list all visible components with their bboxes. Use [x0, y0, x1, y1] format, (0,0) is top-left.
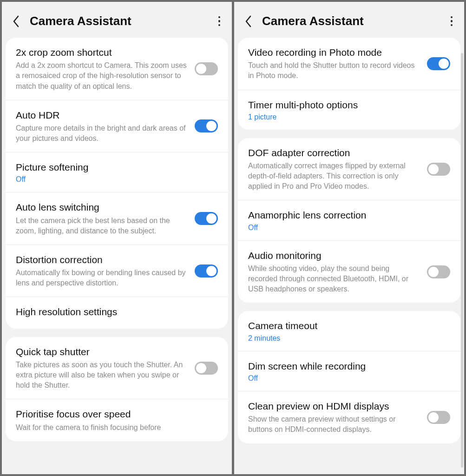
screen-left: Camera Assistant 2x crop zoom shortcut A… [2, 2, 232, 474]
row-title: Clean preview on HDMI displays [248, 400, 420, 413]
row-title: Quick tap shutter [16, 345, 187, 358]
dual-screenshot-frame: Camera Assistant 2x crop zoom shortcut A… [0, 0, 466, 476]
row-value: 2 minutes [248, 334, 450, 343]
row-audio-monitoring[interactable]: Audio monitoring While shooting video, p… [238, 240, 460, 303]
toggle-audio-monitoring[interactable] [427, 265, 450, 278]
row-subtitle: Take pictures as soon as you touch the S… [16, 360, 187, 390]
row-title: Video recording in Photo mode [248, 46, 420, 59]
row-title: Picture softening [16, 161, 218, 174]
row-title: Auto HDR [16, 109, 187, 122]
toggle-video-recording-photo-mode[interactable] [427, 57, 450, 70]
row-subtitle: While shooting video, play the sound bei… [248, 264, 420, 294]
row-title: Auto lens switching [16, 201, 187, 214]
row-title: Anamorphic lens correction [248, 209, 450, 222]
more-options-icon[interactable] [447, 16, 456, 26]
row-subtitle: Automatically fix bowing or bending line… [16, 268, 187, 288]
row-value: Off [248, 224, 450, 232]
row-title: Prioritise focus over speed [16, 408, 218, 421]
row-distortion-correction[interactable]: Distortion correction Automatically fix … [6, 245, 228, 297]
row-subtitle: Touch and hold the Shutter button to rec… [248, 60, 420, 81]
row-quick-tap-shutter[interactable]: Quick tap shutter Take pictures as soon … [6, 337, 228, 399]
toggle-quick-tap-shutter[interactable] [195, 362, 218, 375]
row-title: Dim screen while recording [248, 360, 450, 373]
row-value: Off [248, 374, 450, 383]
row-prioritise-focus[interactable]: Prioritise focus over speed Wait for the… [6, 399, 228, 441]
page-title: Camera Assistant [30, 14, 205, 28]
row-subtitle: Let the camera pick the best lens based … [16, 216, 187, 236]
row-dof-adapter-correction[interactable]: DOF adapter correction Automatically cor… [238, 138, 460, 200]
row-title: 2x crop zoom shortcut [16, 46, 187, 59]
row-anamorphic-lens-correction[interactable]: Anamorphic lens correction Off [238, 200, 460, 240]
row-video-recording-photo-mode[interactable]: Video recording in Photo mode Touch and … [238, 38, 460, 90]
toggle-auto-lens-switching[interactable] [195, 212, 218, 225]
row-title: Distortion correction [16, 253, 187, 266]
settings-group: Video recording in Photo mode Touch and … [238, 38, 460, 130]
row-subtitle: Automatically correct images flipped by … [248, 161, 420, 192]
toggle-clean-preview-hdmi[interactable] [427, 411, 450, 424]
row-value: Off [16, 175, 218, 184]
settings-group: 2x crop zoom shortcut Add a 2x zoom shor… [6, 38, 228, 329]
row-subtitle: Add a 2x zoom shortcut to Camera. This z… [16, 60, 187, 91]
row-picture-softening[interactable]: Picture softening Off [6, 152, 228, 192]
row-auto-hdr[interactable]: Auto HDR Capture more details in the bri… [6, 100, 228, 152]
row-title: Timer multi-photo options [248, 99, 450, 112]
row-camera-timeout[interactable]: Camera timeout 2 minutes [238, 311, 460, 350]
header: Camera Assistant [2, 2, 232, 38]
row-subtitle: Capture more details in the bright and d… [16, 123, 187, 144]
row-dim-screen-recording[interactable]: Dim screen while recording Off [238, 351, 460, 391]
back-icon[interactable] [12, 15, 20, 28]
row-subtitle: Show the camera preview without settings… [248, 414, 420, 435]
row-title: DOF adapter correction [248, 146, 420, 159]
row-title: Audio monitoring [248, 249, 420, 262]
settings-group: Camera timeout 2 minutes Dim screen whil… [238, 311, 460, 443]
settings-group: Quick tap shutter Take pictures as soon … [6, 337, 228, 441]
row-clean-preview-hdmi[interactable]: Clean preview on HDMI displays Show the … [238, 391, 460, 443]
row-value: 1 picture [248, 113, 450, 121]
screen-right: Camera Assistant Video recording in Phot… [234, 2, 464, 474]
toggle-auto-hdr[interactable] [195, 119, 218, 132]
settings-scroll[interactable]: 2x crop zoom shortcut Add a 2x zoom shor… [2, 38, 232, 474]
row-timer-multi-photo[interactable]: Timer multi-photo options 1 picture [238, 90, 460, 130]
header: Camera Assistant [234, 2, 464, 38]
row-subtitle: Wait for the camera to finish focusing b… [16, 423, 218, 433]
row-title: High resolution settings [16, 305, 218, 318]
toggle-distortion-correction[interactable] [195, 264, 218, 278]
row-high-resolution-settings[interactable]: High resolution settings [6, 297, 228, 328]
more-options-icon[interactable] [215, 16, 223, 26]
toggle-dof-adapter-correction[interactable] [427, 163, 450, 176]
scrollbar-indicator[interactable] [461, 53, 463, 468]
settings-group: DOF adapter correction Automatically cor… [238, 138, 460, 303]
back-icon[interactable] [244, 15, 252, 28]
row-auto-lens-switching[interactable]: Auto lens switching Let the camera pick … [6, 192, 228, 245]
row-2x-crop-zoom[interactable]: 2x crop zoom shortcut Add a 2x zoom shor… [6, 38, 228, 100]
row-title: Camera timeout [248, 319, 450, 332]
toggle-2x-crop-zoom[interactable] [195, 62, 218, 75]
page-title: Camera Assistant [262, 14, 437, 28]
settings-scroll[interactable]: Video recording in Photo mode Touch and … [234, 38, 464, 474]
